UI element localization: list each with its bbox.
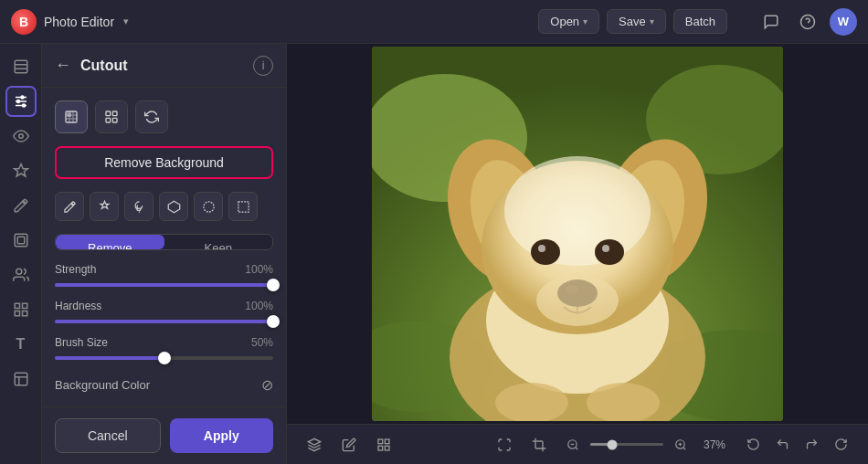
- circle-select-tool[interactable]: [194, 192, 223, 221]
- hardness-slider-row: Hardness 100%: [55, 300, 273, 327]
- svg-rect-53: [378, 439, 383, 444]
- hardness-value: 100%: [245, 300, 273, 312]
- svg-point-50: [495, 383, 568, 421]
- svg-rect-12: [15, 234, 27, 247]
- polygon-tool[interactable]: [159, 192, 188, 221]
- brush-tool[interactable]: [55, 192, 84, 221]
- comment-button[interactable]: [757, 7, 786, 37]
- svg-rect-24: [106, 118, 111, 122]
- cutout-tab-1[interactable]: [55, 100, 88, 133]
- svg-point-14: [16, 269, 21, 274]
- panel-footer: Cancel Apply: [42, 406, 286, 464]
- sidebar-item-effects[interactable]: [5, 155, 37, 186]
- remove-background-button[interactable]: Remove Background: [55, 146, 273, 179]
- save-button[interactable]: Save ▾: [607, 9, 666, 34]
- undo-history-btn[interactable]: [740, 432, 766, 458]
- sidebar-item-adjustments[interactable]: [5, 86, 37, 117]
- cutout-tab-3[interactable]: [135, 100, 168, 133]
- sidebar-item-people[interactable]: [5, 259, 37, 290]
- svg-point-11: [18, 134, 23, 139]
- undo-btn[interactable]: [769, 432, 795, 458]
- svg-rect-54: [385, 439, 389, 444]
- svg-line-58: [576, 447, 578, 449]
- svg-point-42: [531, 239, 560, 265]
- crop-btn[interactable]: [526, 432, 552, 458]
- strength-slider-row: Strength 100%: [55, 263, 273, 290]
- canvas-main[interactable]: [287, 44, 868, 424]
- sidebar-item-text[interactable]: T: [5, 329, 37, 360]
- sidebar-item-layers[interactable]: [5, 51, 37, 82]
- svg-point-9: [16, 100, 19, 103]
- app-title: Photo Editor: [44, 15, 114, 29]
- batch-button[interactable]: Batch: [673, 9, 727, 34]
- svg-point-49: [536, 275, 619, 326]
- svg-point-45: [602, 245, 609, 252]
- puppy-image: [372, 47, 783, 421]
- canvas-image: [372, 47, 783, 421]
- svg-point-41: [504, 156, 651, 266]
- zoom-slider[interactable]: [590, 443, 663, 446]
- zoom-out-btn[interactable]: [561, 433, 585, 457]
- redo-btn[interactable]: [799, 432, 824, 458]
- brush-size-label: Brush Size: [55, 336, 108, 349]
- rect-select-tool[interactable]: [228, 192, 258, 221]
- svg-rect-16: [22, 303, 26, 308]
- svg-rect-17: [15, 311, 19, 316]
- open-button[interactable]: Open ▾: [538, 9, 599, 34]
- lasso-tool[interactable]: [124, 192, 153, 221]
- layers-bottom-btn[interactable]: [302, 432, 327, 458]
- left-icon-sidebar: T: [0, 44, 42, 464]
- sidebar-item-frames[interactable]: [5, 225, 37, 256]
- magic-eraser-tool[interactable]: [90, 192, 119, 221]
- redo-forward-btn[interactable]: [828, 432, 853, 458]
- panel-title: Cutout: [80, 58, 244, 74]
- hardness-slider-track[interactable]: [55, 320, 273, 323]
- panel-back-button[interactable]: ←: [55, 56, 71, 75]
- svg-rect-56: [385, 446, 389, 450]
- remove-toggle-btn[interactable]: Remove: [56, 235, 164, 249]
- svg-point-27: [203, 201, 213, 211]
- svg-rect-22: [106, 111, 111, 116]
- fit-to-screen-btn[interactable]: [492, 432, 517, 458]
- edit-bottom-btn[interactable]: [336, 432, 362, 458]
- keep-toggle-btn[interactable]: Keep: [164, 235, 273, 249]
- svg-point-51: [587, 383, 660, 421]
- topbar: B Photo Editor ▾ Open ▾ Save ▾ Batch W: [0, 0, 868, 44]
- svg-rect-28: [238, 201, 248, 211]
- help-button[interactable]: [793, 7, 822, 37]
- panel-info-button[interactable]: i: [253, 56, 273, 76]
- bg-color-icon[interactable]: ⊘: [261, 376, 273, 394]
- zoom-in-btn[interactable]: [669, 433, 693, 457]
- strength-slider-track[interactable]: [55, 283, 273, 287]
- sidebar-item-paint[interactable]: [5, 190, 37, 221]
- sidebar-item-templates[interactable]: [5, 364, 37, 395]
- canvas-area: 37%: [287, 44, 868, 464]
- cutout-tab-2[interactable]: [95, 100, 128, 133]
- main-area: T ← Cutout i: [0, 44, 868, 464]
- strength-label: Strength: [55, 263, 96, 276]
- svg-point-10: [22, 104, 25, 107]
- svg-rect-55: [378, 446, 383, 450]
- svg-rect-19: [15, 373, 27, 385]
- title-chevron[interactable]: ▾: [123, 16, 129, 27]
- tool-buttons: [55, 192, 273, 221]
- hardness-label: Hardness: [55, 300, 101, 312]
- cancel-button[interactable]: Cancel: [55, 418, 161, 453]
- svg-point-8: [21, 96, 24, 99]
- grid-bottom-btn[interactable]: [371, 432, 397, 458]
- panel-body: Remove Background: [42, 88, 286, 406]
- apply-button[interactable]: Apply: [170, 418, 274, 453]
- sidebar-item-assets[interactable]: [5, 294, 37, 325]
- background-color-row: Background Color ⊘: [55, 376, 273, 394]
- brush-size-value: 50%: [251, 336, 273, 349]
- cutout-panel: ← Cutout i: [42, 44, 287, 464]
- bottom-toolbar: 37%: [287, 424, 868, 464]
- app-logo: B: [11, 9, 37, 35]
- sidebar-item-eye[interactable]: [5, 121, 37, 152]
- brush-size-slider-track[interactable]: [55, 356, 273, 360]
- zoom-value: 37%: [698, 438, 731, 451]
- user-avatar[interactable]: W: [830, 8, 857, 36]
- svg-rect-13: [17, 237, 25, 244]
- history-buttons: [740, 432, 853, 458]
- strength-value: 100%: [245, 263, 273, 276]
